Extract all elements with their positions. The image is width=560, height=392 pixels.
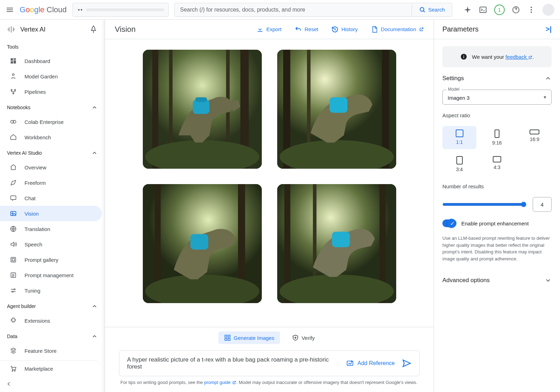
vision-icon bbox=[10, 210, 17, 217]
project-picker[interactable] bbox=[72, 3, 169, 17]
enhance-toggle[interactable]: ✓ bbox=[442, 219, 456, 227]
svg-rect-62 bbox=[463, 55, 464, 56]
num-results-slider[interactable] bbox=[442, 202, 526, 207]
documentation-button[interactable]: Documentation bbox=[371, 26, 424, 33]
num-results-value[interactable]: 4 bbox=[533, 197, 552, 212]
svg-point-27 bbox=[12, 291, 13, 292]
account-avatar[interactable] bbox=[542, 4, 554, 16]
model-select-label: Model bbox=[446, 87, 461, 92]
sidebar-section-tools: Tools bbox=[0, 39, 105, 53]
sidebar-section-data[interactable]: Data bbox=[0, 328, 105, 343]
chevron-up-icon bbox=[545, 75, 552, 82]
chevron-up-icon bbox=[91, 303, 98, 309]
enhance-toggle-row: ✓ Enable prompt enhancement bbox=[442, 219, 552, 227]
help-icon[interactable] bbox=[512, 6, 520, 14]
prompt-input[interactable]: A hyper realistic picture of a t-rex wit… bbox=[119, 350, 420, 376]
svg-rect-37 bbox=[195, 97, 207, 102]
aspect-16-9[interactable]: 16:9 bbox=[518, 126, 552, 149]
prompt-guide-link[interactable]: prompt guide bbox=[204, 380, 236, 385]
logo[interactable]: Google Cloud bbox=[20, 5, 67, 14]
free-trial-badge[interactable]: 1 bbox=[494, 5, 505, 15]
sidebar-item-speech[interactable]: Speech bbox=[0, 237, 102, 252]
overview-icon bbox=[10, 164, 17, 171]
generated-image[interactable] bbox=[143, 50, 262, 169]
chat-icon bbox=[10, 195, 17, 202]
sidebar-section-agent-builder[interactable]: Agent builder bbox=[0, 298, 105, 313]
feedback-link[interactable]: feedback bbox=[505, 54, 532, 60]
enhance-help-text: Use an LLM-based prompt rewriting featur… bbox=[442, 235, 552, 262]
generated-image[interactable] bbox=[277, 184, 396, 303]
pin-icon[interactable] bbox=[89, 25, 98, 34]
sidebar-item-model-garden[interactable]: Model Garden bbox=[0, 69, 102, 84]
marketplace-icon bbox=[10, 365, 17, 372]
global-search[interactable]: Search (/) for resources, docs, products… bbox=[174, 3, 453, 17]
aspect-4-3[interactable]: 4:3 bbox=[480, 153, 514, 176]
aspect-3-4[interactable]: 3:4 bbox=[442, 153, 476, 176]
chevron-down-icon bbox=[545, 277, 552, 284]
sidebar-section-vertex-ai-studio[interactable]: Vertex AI Studio bbox=[0, 145, 105, 160]
tab-generate[interactable]: Generate Images bbox=[218, 331, 280, 344]
sidebar-item-label: Overview bbox=[24, 164, 47, 170]
logo-cloud-text: Cloud bbox=[47, 5, 66, 14]
svg-rect-10 bbox=[14, 58, 16, 60]
sidebar-item-tuning[interactable]: Tuning bbox=[0, 283, 102, 298]
cloud-shell-icon[interactable] bbox=[479, 6, 487, 14]
sidebar-item-prompt-gallery[interactable]: Prompt gallery bbox=[0, 252, 102, 267]
sidebar-item-pipelines[interactable]: Pipelines bbox=[0, 84, 102, 99]
svg-point-1 bbox=[80, 9, 82, 10]
send-icon[interactable] bbox=[402, 358, 412, 368]
history-button[interactable]: History bbox=[331, 26, 358, 33]
svg-point-0 bbox=[78, 9, 80, 10]
add-image-icon bbox=[346, 359, 354, 367]
tab-verify[interactable]: Verify bbox=[286, 331, 321, 344]
sidebar-item-workbench[interactable]: Workbench bbox=[0, 130, 102, 145]
svg-rect-57 bbox=[225, 338, 227, 341]
generated-image[interactable] bbox=[143, 184, 262, 303]
dashboard-icon bbox=[10, 57, 17, 64]
more-icon[interactable] bbox=[527, 6, 536, 14]
external-link-icon bbox=[528, 55, 532, 59]
sidebar-item-prompt-management[interactable]: Prompt management bbox=[0, 267, 102, 283]
svg-rect-56 bbox=[228, 335, 230, 337]
sidebar-item-feature-store[interactable]: Feature Store bbox=[0, 343, 102, 358]
history-label: History bbox=[341, 26, 358, 32]
sidebar-item-colab-enterprise[interactable]: Colab Enterprise bbox=[0, 114, 102, 130]
add-reference-button[interactable]: Add Reference bbox=[346, 359, 395, 367]
svg-point-21 bbox=[12, 213, 13, 214]
svg-point-26 bbox=[14, 289, 15, 290]
svg-rect-23 bbox=[11, 257, 15, 262]
sidebar-section-notebooks[interactable]: Notebooks bbox=[0, 99, 105, 114]
settings-section-header[interactable]: Settings bbox=[442, 75, 552, 82]
export-button[interactable]: Export bbox=[257, 26, 281, 33]
svg-point-14 bbox=[11, 89, 12, 90]
svg-rect-54 bbox=[332, 232, 350, 247]
sidebar-item-vision[interactable]: Vision bbox=[0, 206, 102, 221]
search-button[interactable]: Search bbox=[412, 3, 452, 16]
panel-collapse-icon[interactable]: >| bbox=[546, 25, 552, 33]
tuning-icon bbox=[10, 287, 17, 294]
reset-button[interactable]: Reset bbox=[295, 26, 318, 33]
sidebar-item-freeform[interactable]: Freeform bbox=[0, 175, 102, 190]
model-select[interactable]: Model Imagen 3 ▼ bbox=[442, 90, 552, 105]
sidebar: Vertex AI ToolsDashboardModel GardenPipe… bbox=[0, 20, 105, 392]
sidebar-item-marketplace[interactable]: Marketplace bbox=[0, 360, 102, 376]
gemini-icon[interactable] bbox=[463, 6, 472, 14]
sidebar-item-overview[interactable]: Overview bbox=[0, 160, 102, 175]
svg-rect-48 bbox=[190, 234, 208, 250]
menu-icon[interactable] bbox=[6, 6, 14, 14]
sidebar-item-chat[interactable]: Chat bbox=[0, 190, 102, 206]
grid-icon bbox=[224, 334, 231, 341]
generated-image[interactable] bbox=[277, 50, 396, 169]
sidebar-item-dashboard[interactable]: Dashboard bbox=[0, 53, 102, 69]
sidebar-collapse-icon[interactable] bbox=[6, 380, 13, 388]
sidebar-item-translation[interactable]: Translation bbox=[0, 221, 102, 237]
svg-rect-12 bbox=[11, 61, 13, 64]
sidebar-item-extensions[interactable]: Extensions bbox=[0, 313, 102, 328]
aspect-label: 1:1 bbox=[456, 139, 463, 145]
svg-point-8 bbox=[531, 12, 532, 13]
aspect-9-16[interactable]: 9:16 bbox=[480, 126, 514, 149]
export-label: Export bbox=[266, 26, 281, 32]
advanced-section-header[interactable]: Advanced options bbox=[442, 277, 552, 284]
svg-rect-9 bbox=[11, 58, 13, 61]
aspect-1-1[interactable]: 1:1 bbox=[442, 126, 476, 149]
